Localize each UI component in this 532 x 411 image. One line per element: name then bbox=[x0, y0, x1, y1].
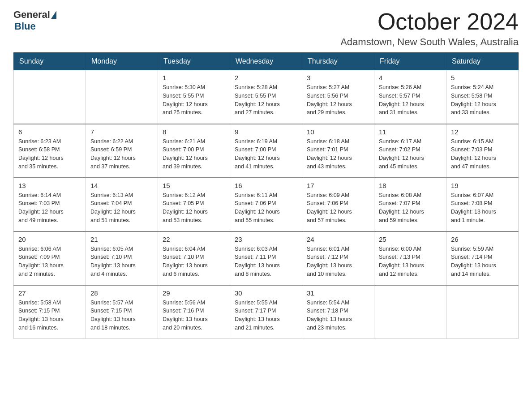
calendar-week-row: 20Sunrise: 6:06 AMSunset: 7:09 PMDayligh… bbox=[14, 231, 519, 285]
day-number: 12 bbox=[451, 128, 514, 136]
calendar-cell: 22Sunrise: 6:04 AMSunset: 7:10 PMDayligh… bbox=[158, 231, 230, 285]
day-number: 20 bbox=[18, 235, 81, 243]
calendar-cell: 15Sunrise: 6:12 AMSunset: 7:05 PMDayligh… bbox=[158, 178, 230, 231]
day-info: Sunrise: 6:03 AMSunset: 7:11 PMDaylight:… bbox=[235, 245, 297, 278]
calendar-cell: 17Sunrise: 6:09 AMSunset: 7:06 PMDayligh… bbox=[302, 178, 374, 231]
day-info: Sunrise: 6:04 AMSunset: 7:10 PMDaylight:… bbox=[163, 245, 225, 278]
calendar-cell: 26Sunrise: 5:59 AMSunset: 7:14 PMDayligh… bbox=[446, 231, 519, 285]
calendar-cell: 9Sunrise: 6:19 AMSunset: 7:00 PMDaylight… bbox=[230, 124, 302, 178]
weekday-header-row: SundayMondayTuesdayWednesdayThursdayFrid… bbox=[14, 53, 519, 70]
day-number: 29 bbox=[163, 289, 225, 297]
day-number: 11 bbox=[379, 128, 442, 136]
day-info: Sunrise: 5:27 AMSunset: 5:56 PMDaylight:… bbox=[307, 83, 369, 117]
day-info: Sunrise: 6:21 AMSunset: 7:00 PMDaylight:… bbox=[163, 137, 225, 171]
calendar-week-row: 13Sunrise: 6:14 AMSunset: 7:03 PMDayligh… bbox=[14, 178, 519, 231]
calendar-cell: 28Sunrise: 5:57 AMSunset: 7:15 PMDayligh… bbox=[86, 285, 158, 339]
day-info: Sunrise: 5:59 AMSunset: 7:14 PMDaylight:… bbox=[451, 245, 514, 278]
day-info: Sunrise: 5:24 AMSunset: 5:58 PMDaylight:… bbox=[451, 83, 514, 117]
calendar-cell: 8Sunrise: 6:21 AMSunset: 7:00 PMDaylight… bbox=[158, 124, 230, 178]
day-number: 26 bbox=[451, 235, 514, 243]
logo-triangle-icon bbox=[51, 11, 56, 19]
calendar-cell bbox=[374, 285, 446, 339]
day-info: Sunrise: 6:09 AMSunset: 7:06 PMDaylight:… bbox=[307, 191, 369, 225]
calendar-cell: 23Sunrise: 6:03 AMSunset: 7:11 PMDayligh… bbox=[230, 231, 302, 285]
calendar-week-row: 27Sunrise: 5:58 AMSunset: 7:15 PMDayligh… bbox=[14, 285, 519, 339]
day-info: Sunrise: 6:01 AMSunset: 7:12 PMDaylight:… bbox=[307, 245, 369, 278]
header: General Blue October 2024 Adamstown, New… bbox=[13, 9, 519, 48]
day-number: 3 bbox=[307, 74, 369, 81]
day-number: 24 bbox=[307, 235, 369, 243]
day-info: Sunrise: 5:55 AMSunset: 7:17 PMDaylight:… bbox=[235, 299, 297, 332]
day-info: Sunrise: 5:56 AMSunset: 7:16 PMDaylight:… bbox=[163, 299, 225, 332]
day-number: 30 bbox=[235, 289, 297, 297]
day-info: Sunrise: 6:13 AMSunset: 7:04 PMDaylight:… bbox=[90, 191, 153, 225]
calendar-cell: 27Sunrise: 5:58 AMSunset: 7:15 PMDayligh… bbox=[14, 285, 86, 339]
day-info: Sunrise: 6:22 AMSunset: 6:59 PMDaylight:… bbox=[90, 137, 153, 171]
day-number: 13 bbox=[18, 182, 81, 189]
calendar-cell: 24Sunrise: 6:01 AMSunset: 7:12 PMDayligh… bbox=[302, 231, 374, 285]
calendar-cell: 14Sunrise: 6:13 AMSunset: 7:04 PMDayligh… bbox=[86, 178, 158, 231]
day-info: Sunrise: 6:08 AMSunset: 7:07 PMDaylight:… bbox=[379, 191, 442, 225]
day-info: Sunrise: 6:17 AMSunset: 7:02 PMDaylight:… bbox=[379, 137, 442, 171]
calendar-week-row: 6Sunrise: 6:23 AMSunset: 6:58 PMDaylight… bbox=[14, 124, 519, 178]
weekday-header-thursday: Thursday bbox=[302, 53, 374, 70]
day-number: 19 bbox=[451, 182, 514, 189]
day-number: 5 bbox=[451, 74, 514, 81]
location-title: Adamstown, New South Wales, Australia bbox=[340, 36, 519, 48]
day-number: 21 bbox=[90, 235, 153, 243]
calendar-cell: 25Sunrise: 6:00 AMSunset: 7:13 PMDayligh… bbox=[374, 231, 446, 285]
day-info: Sunrise: 5:28 AMSunset: 5:55 PMDaylight:… bbox=[235, 83, 297, 117]
calendar-cell bbox=[86, 70, 158, 124]
day-info: Sunrise: 6:14 AMSunset: 7:03 PMDaylight:… bbox=[18, 191, 81, 225]
logo: General Blue bbox=[13, 9, 57, 32]
day-info: Sunrise: 6:05 AMSunset: 7:10 PMDaylight:… bbox=[90, 245, 153, 278]
day-info: Sunrise: 6:07 AMSunset: 7:08 PMDaylight:… bbox=[451, 191, 514, 225]
day-number: 2 bbox=[235, 74, 297, 81]
day-info: Sunrise: 6:19 AMSunset: 7:00 PMDaylight:… bbox=[235, 137, 297, 171]
weekday-header-tuesday: Tuesday bbox=[158, 53, 230, 70]
day-info: Sunrise: 6:00 AMSunset: 7:13 PMDaylight:… bbox=[379, 245, 442, 278]
calendar-cell: 20Sunrise: 6:06 AMSunset: 7:09 PMDayligh… bbox=[14, 231, 86, 285]
day-number: 7 bbox=[90, 128, 153, 136]
day-number: 1 bbox=[163, 74, 225, 81]
day-number: 28 bbox=[90, 289, 153, 297]
calendar-cell bbox=[14, 70, 86, 124]
calendar-cell: 4Sunrise: 5:26 AMSunset: 5:57 PMDaylight… bbox=[374, 70, 446, 124]
day-info: Sunrise: 5:30 AMSunset: 5:55 PMDaylight:… bbox=[163, 83, 225, 117]
calendar-cell: 11Sunrise: 6:17 AMSunset: 7:02 PMDayligh… bbox=[374, 124, 446, 178]
day-number: 23 bbox=[235, 235, 297, 243]
calendar-cell: 29Sunrise: 5:56 AMSunset: 7:16 PMDayligh… bbox=[158, 285, 230, 339]
day-number: 6 bbox=[18, 128, 81, 136]
day-number: 8 bbox=[163, 128, 225, 136]
calendar-cell: 16Sunrise: 6:11 AMSunset: 7:06 PMDayligh… bbox=[230, 178, 302, 231]
weekday-header-monday: Monday bbox=[86, 53, 158, 70]
calendar-cell: 30Sunrise: 5:55 AMSunset: 7:17 PMDayligh… bbox=[230, 285, 302, 339]
day-number: 15 bbox=[163, 182, 225, 189]
day-info: Sunrise: 6:15 AMSunset: 7:03 PMDaylight:… bbox=[451, 137, 514, 171]
calendar-cell: 6Sunrise: 6:23 AMSunset: 6:58 PMDaylight… bbox=[14, 124, 86, 178]
day-number: 16 bbox=[235, 182, 297, 189]
day-number: 22 bbox=[163, 235, 225, 243]
calendar-week-row: 1Sunrise: 5:30 AMSunset: 5:55 PMDaylight… bbox=[14, 70, 519, 124]
title-area: October 2024 Adamstown, New South Wales,… bbox=[340, 9, 519, 48]
weekday-header-friday: Friday bbox=[374, 53, 446, 70]
calendar-cell: 19Sunrise: 6:07 AMSunset: 7:08 PMDayligh… bbox=[446, 178, 519, 231]
calendar-cell: 7Sunrise: 6:22 AMSunset: 6:59 PMDaylight… bbox=[86, 124, 158, 178]
day-info: Sunrise: 6:11 AMSunset: 7:06 PMDaylight:… bbox=[235, 191, 297, 225]
day-number: 10 bbox=[307, 128, 369, 136]
day-number: 9 bbox=[235, 128, 297, 136]
day-info: Sunrise: 5:57 AMSunset: 7:15 PMDaylight:… bbox=[90, 299, 153, 332]
calendar-cell: 3Sunrise: 5:27 AMSunset: 5:56 PMDaylight… bbox=[302, 70, 374, 124]
calendar-cell: 13Sunrise: 6:14 AMSunset: 7:03 PMDayligh… bbox=[14, 178, 86, 231]
calendar-cell: 21Sunrise: 6:05 AMSunset: 7:10 PMDayligh… bbox=[86, 231, 158, 285]
calendar-cell bbox=[446, 285, 519, 339]
month-title: October 2024 bbox=[340, 9, 519, 34]
calendar-cell: 31Sunrise: 5:54 AMSunset: 7:18 PMDayligh… bbox=[302, 285, 374, 339]
day-info: Sunrise: 6:06 AMSunset: 7:09 PMDaylight:… bbox=[18, 245, 81, 278]
day-number: 25 bbox=[379, 235, 442, 243]
day-number: 18 bbox=[379, 182, 442, 189]
day-info: Sunrise: 5:26 AMSunset: 5:57 PMDaylight:… bbox=[379, 83, 442, 117]
day-number: 14 bbox=[90, 182, 153, 189]
day-info: Sunrise: 5:54 AMSunset: 7:18 PMDaylight:… bbox=[307, 299, 369, 332]
day-info: Sunrise: 6:23 AMSunset: 6:58 PMDaylight:… bbox=[18, 137, 81, 171]
